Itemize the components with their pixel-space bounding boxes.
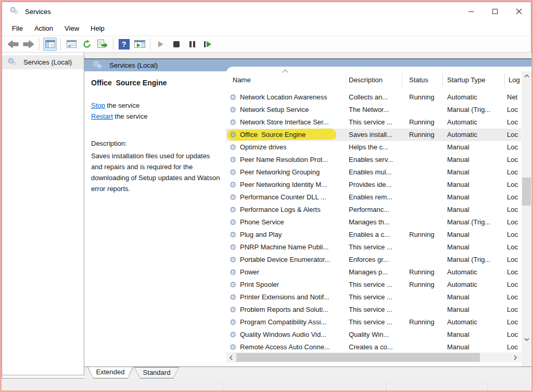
table-row[interactable]: ⚙Remote Access Auto Conne...Creates a co…: [226, 341, 521, 353]
cell-description: Manages th...: [349, 218, 405, 226]
cell-startup: Manual: [447, 293, 505, 301]
table-row[interactable]: ⚙Program Compatibility Assi...This servi…: [226, 316, 521, 328]
show-action-pane-button[interactable]: [133, 37, 146, 51]
forward-button[interactable]: [22, 37, 35, 51]
table-row[interactable]: ⚙Plug and PlayEnables a c...RunningManua…: [226, 229, 521, 241]
table-row[interactable]: ⚙Performance Counter DLL ...Enables rem.…: [226, 191, 521, 204]
table-row[interactable]: ⚙Problem Reports and Soluti...This servi…: [226, 304, 521, 316]
column-header-logon[interactable]: Log: [509, 76, 520, 84]
show-console-tree-button[interactable]: [43, 37, 57, 51]
table-row[interactable]: ⚙Optimize drivesHelps the c...ManualLoc: [226, 141, 521, 154]
cell-logon: Loc: [507, 256, 523, 263]
table-row[interactable]: ⚙Network Location AwarenessCollects an..…: [226, 91, 521, 104]
restart-service-line: Restart the service: [91, 112, 147, 120]
column-header-status[interactable]: Status: [409, 76, 428, 84]
start-service-button[interactable]: [154, 37, 168, 51]
results-pane: ⚙⚙ Services (Local) Office Source Engine…: [84, 53, 531, 378]
maximize-button[interactable]: [483, 2, 507, 21]
table-row[interactable]: ⚙Peer Networking Identity M...Provides i…: [226, 179, 521, 191]
cell-name: Print Spooler: [240, 281, 346, 288]
refresh-button[interactable]: [80, 37, 94, 51]
menu-view[interactable]: View: [59, 22, 85, 34]
menu-action[interactable]: Action: [29, 22, 59, 34]
scroll-left-button[interactable]: [226, 352, 236, 362]
cell-logon: Loc: [507, 306, 523, 313]
cell-name: Office Source Engine: [240, 131, 346, 138]
service-rows: ⚙Network Location AwarenessCollects an..…: [226, 91, 521, 353]
cell-name: Network Store Interface Ser...: [240, 118, 346, 126]
scroll-down-button[interactable]: [522, 335, 531, 344]
table-row[interactable]: ⚙Peer Networking GroupingEnables mul...M…: [226, 166, 521, 179]
tab-extended-label: Extended: [88, 367, 133, 378]
cell-name: Power: [240, 268, 346, 276]
cell-name: Optimize drives: [240, 143, 346, 151]
table-row[interactable]: ⚙Network Store Interface Ser...This serv…: [226, 116, 521, 129]
cell-description: Saves install...: [349, 131, 405, 138]
stop-link[interactable]: Stop: [91, 102, 105, 109]
stop-service-button[interactable]: [170, 37, 183, 51]
cell-logon: Loc: [507, 143, 523, 151]
view-tabs-bar: Extended Standard: [84, 366, 531, 378]
cell-logon: Loc: [507, 206, 523, 213]
show-console-tree-icon: [45, 40, 55, 48]
back-icon: [7, 40, 19, 48]
tree-item-services-local[interactable]: ⚙⚙ Services (Local): [2, 55, 84, 69]
horizontal-scrollbar[interactable]: [226, 352, 521, 362]
tab-extended[interactable]: Extended: [87, 367, 133, 378]
table-row[interactable]: ⚙Peer Name Resolution Prot...Enables ser…: [226, 154, 521, 166]
services-app-icon: ⚙ ⚙: [9, 6, 21, 17]
back-button[interactable]: [6, 37, 20, 51]
cell-name: Peer Networking Identity M...: [240, 181, 346, 188]
restart-service-button[interactable]: [201, 37, 214, 51]
cell-startup: Manual: [447, 231, 505, 238]
cell-description: This service ...: [349, 293, 405, 301]
cell-startup: Manual: [447, 206, 505, 213]
cell-name: Printer Extensions and Notif...: [240, 293, 346, 301]
table-row[interactable]: ⚙PNRP Machine Name Publi...This service …: [226, 241, 521, 254]
cell-description: Enables serv...: [349, 156, 405, 163]
cell-status: Running: [409, 268, 445, 276]
scroll-right-button[interactable]: [511, 352, 520, 362]
window-title: Services: [25, 8, 51, 16]
toolbar-separator: [113, 39, 113, 50]
cell-logon: Loc: [507, 331, 523, 338]
scroll-up-button[interactable]: [522, 71, 531, 81]
table-row[interactable]: ⚙PowerManages p...RunningAutomaticLoc: [226, 266, 521, 279]
cell-startup: Automatic: [447, 118, 505, 126]
pause-service-button[interactable]: [185, 37, 199, 51]
service-gear-icon: ⚙: [230, 318, 236, 326]
properties-button[interactable]: [65, 37, 78, 51]
cell-startup: Manual: [447, 243, 505, 251]
column-header-startup-type[interactable]: Startup Type: [447, 76, 485, 84]
table-row[interactable]: ⚙Office Source EngineSaves install...Run…: [226, 129, 521, 141]
pause-service-icon: [189, 41, 195, 47]
refresh-icon: [82, 40, 92, 49]
table-row[interactable]: ⚙Printer Extensions and Notif...This ser…: [226, 291, 521, 304]
title-bar[interactable]: ⚙ ⚙ Services: [2, 2, 531, 21]
column-header-description[interactable]: Description: [349, 76, 383, 84]
column-header-name[interactable]: Name: [233, 76, 251, 84]
table-row[interactable]: ⚙Phone ServiceManages th...Manual (Trig.…: [226, 216, 521, 229]
restart-link[interactable]: Restart: [91, 112, 113, 120]
help-button[interactable]: ?: [117, 37, 131, 51]
horizontal-scroll-thumb[interactable]: [236, 353, 480, 362]
table-row[interactable]: ⚙Portable Device Enumerator...Enforces g…: [226, 254, 521, 266]
cell-logon: Loc: [507, 318, 523, 326]
table-row[interactable]: ⚙Performance Logs & AlertsPerformanc...M…: [226, 204, 521, 216]
menu-file[interactable]: File: [6, 22, 29, 34]
restart-service-icon: [204, 41, 211, 47]
menu-help[interactable]: Help: [85, 22, 110, 34]
cell-status: Running: [409, 93, 445, 101]
table-row[interactable]: ⚙Print SpoolerThis service ...RunningAut…: [226, 279, 521, 291]
tab-standard[interactable]: Standard: [134, 367, 179, 378]
vertical-scroll-thumb[interactable]: [522, 178, 531, 206]
service-gear-icon: ⚙: [230, 93, 236, 102]
cell-logon: Loc: [507, 281, 523, 288]
minimize-button[interactable]: [459, 2, 483, 21]
table-row[interactable]: ⚙Network Setup ServiceThe Networ...Manua…: [226, 104, 521, 116]
table-row[interactable]: ⚙Quality Windows Audio Vid...Quality Win…: [226, 328, 521, 341]
cell-name: Quality Windows Audio Vid...: [240, 331, 346, 338]
export-list-button[interactable]: [96, 37, 109, 51]
close-button[interactable]: [507, 2, 531, 21]
vertical-scrollbar[interactable]: [522, 71, 531, 366]
